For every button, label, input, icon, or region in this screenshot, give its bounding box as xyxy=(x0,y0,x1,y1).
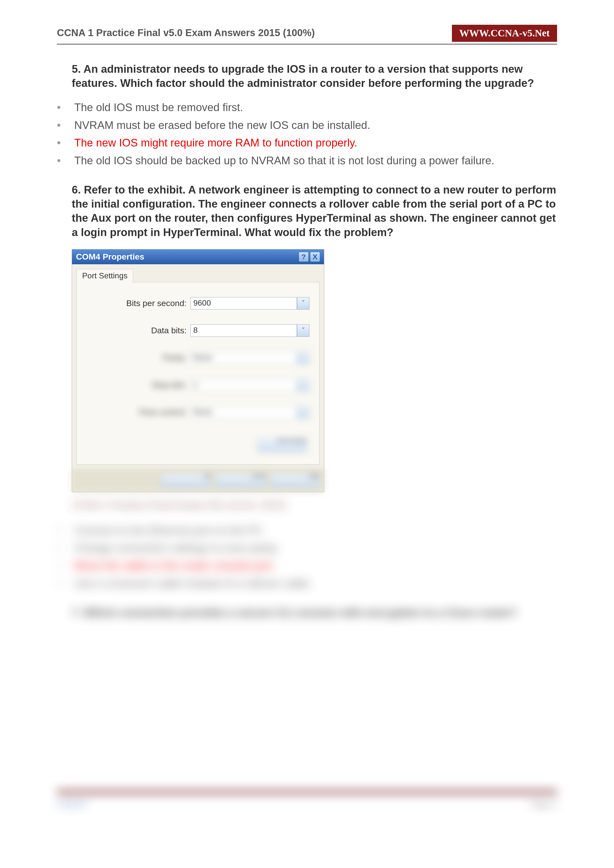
footer-left: CCNA 5 xyxy=(57,799,87,809)
q5-answer-1: NVRAM must be erased before the new IOS … xyxy=(57,118,557,132)
header-underline xyxy=(57,44,557,45)
page-header: CCNA 1 Practice Final v5.0 Exam Answers … xyxy=(57,25,557,42)
flow-control-label: Flow control: xyxy=(87,407,191,417)
parity-label: Parity: xyxy=(87,353,191,363)
data-bits-select[interactable]: 8 xyxy=(191,324,297,337)
port-settings-panel: Bits per second: 9600 ˅ Data bits: 8 ˅ P… xyxy=(76,282,319,465)
question-5-text: 5. An administrator needs to upgrade the… xyxy=(72,62,557,90)
dialog-titlebar: COM4 Properties ? X xyxy=(72,250,324,264)
field-parity: Parity: None ˅ xyxy=(87,352,309,364)
stop-bits-label: Stop bits: xyxy=(87,380,191,390)
question-6-text: 6. Refer to the exhibit. A network engin… xyxy=(72,183,557,239)
restore-defaults-button[interactable]: Restore Defaults xyxy=(257,438,307,452)
q6-answer-0: Connect to the Ethernet port on the PC. xyxy=(57,523,557,538)
chevron-down-icon[interactable]: ˅ xyxy=(297,324,309,337)
tab-port-settings[interactable]: Port Settings xyxy=(76,269,133,282)
field-bits-per-second: Bits per second: 9600 ˅ xyxy=(87,297,309,310)
question-5-answers: The old IOS must be removed first. NVRAM… xyxy=(57,100,557,168)
chevron-down-icon[interactable]: ˅ xyxy=(297,352,309,364)
ok-button[interactable]: OK xyxy=(161,474,210,487)
field-stop-bits: Stop bits: 1 ˅ xyxy=(87,379,309,391)
chevron-down-icon[interactable]: ˅ xyxy=(297,406,309,418)
parity-select[interactable]: None xyxy=(191,352,297,364)
cancel-button[interactable]: Cancel xyxy=(216,474,265,487)
question-7-text: 7. Which connection provides a secure CL… xyxy=(72,606,557,620)
q6-answer-1: Change connection settings to even parit… xyxy=(57,541,557,555)
data-bits-label: Data bits: xyxy=(87,326,191,335)
exhibit-caption: CCNA 1 Practice Final Answer 001 (v5.02,… xyxy=(72,499,557,511)
exhibit-dialog: COM4 Properties ? X Port Settings Bits p… xyxy=(72,249,324,492)
q5-answer-3: The old IOS should be backed up to NVRAM… xyxy=(57,153,557,168)
q6-answer-3: Use a crossover cable instead of a rollo… xyxy=(57,576,557,591)
dialog-button-row: OK Cancel Apply xyxy=(72,469,324,492)
header-title: CCNA 1 Practice Final v5.0 Exam Answers … xyxy=(57,25,452,42)
q5-answer-0: The old IOS must be removed first. xyxy=(57,100,557,115)
flow-control-select[interactable]: None xyxy=(191,406,297,418)
footer-bar xyxy=(57,790,557,794)
header-site-link[interactable]: WWW.CCNA-v5.Net xyxy=(452,25,557,42)
close-icon[interactable]: X xyxy=(310,252,320,262)
question-6-answers: Connect to the Ethernet port on the PC. … xyxy=(57,523,557,591)
bits-per-second-label: Bits per second: xyxy=(87,298,191,308)
bits-per-second-select[interactable]: 9600 xyxy=(191,297,297,310)
q6-answer-2: Move the cable to the router console por… xyxy=(57,558,557,573)
footer-right: Page 2 xyxy=(530,799,557,809)
chevron-down-icon[interactable]: ˅ xyxy=(297,297,309,310)
q5-answer-2: The new IOS might require more RAM to fu… xyxy=(57,135,557,150)
apply-button[interactable]: Apply xyxy=(270,474,319,487)
stop-bits-select[interactable]: 1 xyxy=(191,379,297,391)
chevron-down-icon[interactable]: ˅ xyxy=(297,379,309,391)
help-icon[interactable]: ? xyxy=(299,252,309,262)
field-data-bits: Data bits: 8 ˅ xyxy=(87,324,309,337)
dialog-title: COM4 Properties xyxy=(76,252,144,262)
restore-defaults-row: Restore Defaults xyxy=(87,433,309,454)
field-flow-control: Flow control: None ˅ xyxy=(87,406,309,418)
